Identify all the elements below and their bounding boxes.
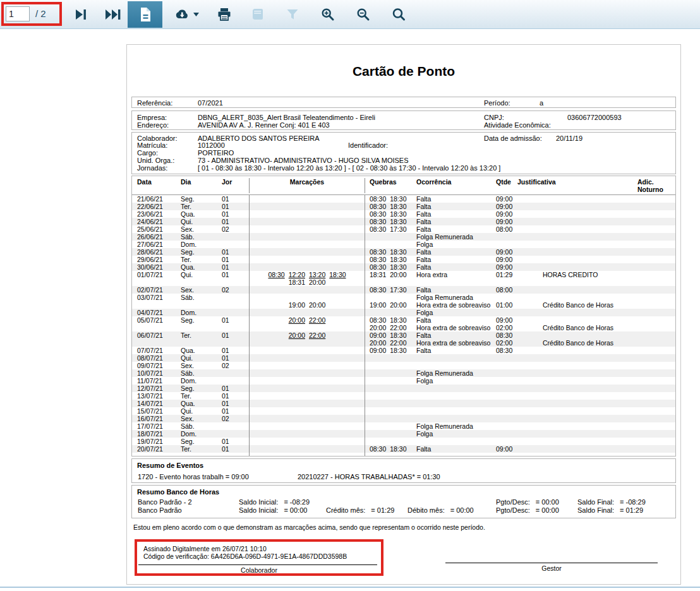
- cell-marcacoes: [249, 309, 365, 316]
- table-line: [543, 445, 632, 453]
- unid-orga-value: 73 - ADMINISTRATIVO- ADMINISTRATIVO - HU…: [198, 157, 409, 164]
- referencia-value: 07/2021: [198, 99, 223, 107]
- cell-dia: Qua.: [176, 210, 217, 218]
- cell-qtde: [490, 407, 512, 415]
- cell-marcacoes: 20:0022:00: [249, 331, 365, 347]
- cell-jor: [217, 377, 249, 385]
- next-page-button[interactable]: [69, 1, 92, 28]
- cell-marcacoes: [249, 347, 365, 354]
- cell-data: 07/07/21: [132, 347, 176, 354]
- cell-data: 23/06/21: [132, 210, 176, 218]
- marcacoes-line: [250, 286, 365, 294]
- table-line: [496, 377, 512, 385]
- table-line: 08:30: [496, 347, 512, 354]
- cell-dia: Ter.: [176, 203, 217, 210]
- page-total-label: / 2: [35, 8, 46, 19]
- cell-adic-noturno: [632, 218, 675, 225]
- cell-jor: [217, 233, 249, 241]
- marcacoes-line: 19:0020:00: [250, 301, 365, 309]
- table-line: 08:30 18:30: [370, 445, 413, 453]
- cell-dia: Qui.: [176, 354, 217, 362]
- zoom-in-button[interactable]: [318, 1, 337, 28]
- cell-qtde: 01:00: [490, 294, 512, 309]
- table-line: Falta: [416, 263, 490, 271]
- cell-ocorrencia: Folga: [413, 241, 490, 248]
- table-line: [370, 354, 413, 362]
- cell-adic-noturno: [632, 385, 675, 392]
- table-line: [496, 422, 512, 430]
- cell-justificativa: [512, 210, 632, 218]
- time-mark: 18:30: [329, 271, 346, 278]
- table-line: [416, 362, 490, 369]
- table-line: Falta: [416, 331, 490, 339]
- table-row: 02/07/21Sex.0208:30 17:30Falta08:00: [132, 286, 675, 294]
- table-line: [416, 407, 490, 415]
- cell-justificativa: [512, 422, 632, 430]
- table-row: 28/06/21Seg.0108:30 18:30Falta09:00: [132, 248, 675, 256]
- cell-quebras: [365, 407, 413, 415]
- cell-adic-noturno: [632, 263, 675, 271]
- admissao-value: 20/11/19: [556, 134, 582, 142]
- cell-ocorrencia: Falta: [413, 195, 490, 203]
- cell-justificativa: [512, 385, 632, 392]
- cell-data: 24/06/21: [132, 218, 176, 225]
- zoom-out-button[interactable]: [354, 1, 373, 28]
- cloud-download-icon: [173, 8, 191, 21]
- marcacoes-line: [250, 339, 365, 347]
- cell-marcacoes: [249, 354, 365, 362]
- print-button[interactable]: [215, 1, 234, 28]
- marcacoes-line: [250, 347, 365, 354]
- toolbar: / 2: [0, 0, 700, 29]
- cnpj-label: CNPJ:: [484, 114, 504, 121]
- cell-ocorrencia: Falta: [413, 248, 490, 256]
- cell-marcacoes: [249, 233, 365, 241]
- cell-justificativa: [512, 263, 632, 271]
- search-button[interactable]: [389, 1, 408, 28]
- table-header: Data Dia Jor Marcações Quebras Ocorrênci…: [132, 176, 675, 195]
- matricula-label: Matrícula:: [137, 141, 167, 149]
- table-line: [543, 331, 632, 339]
- cell-ocorrencia: Folga: [413, 430, 490, 438]
- marcacoes-line: [250, 294, 365, 301]
- cell-adic-noturno: [632, 316, 675, 331]
- cell-adic-noturno: [632, 256, 675, 263]
- cell-quebras: 08:30 17:30: [365, 225, 413, 233]
- table-line: 08:30 17:30: [370, 286, 413, 294]
- employee-box: Colaborador: ADALBERTO DOS SANTOS PEREIR…: [131, 132, 676, 174]
- table-line: Crédito Banco de Horas: [543, 301, 632, 309]
- table-line: [543, 241, 632, 248]
- table-line: Falta: [416, 316, 490, 324]
- table-line: [370, 362, 413, 369]
- cell-jor: 01: [217, 210, 249, 218]
- single-page-view-button[interactable]: [128, 1, 162, 28]
- cell-qtde: [490, 400, 512, 407]
- cell-justificativa: [512, 438, 632, 445]
- marcacoes-line: [250, 377, 365, 385]
- cell-data: 16/07/21: [132, 415, 176, 422]
- cell-ocorrencia: Falta: [413, 263, 490, 271]
- table-line: [543, 347, 632, 354]
- cell-marcacoes: [249, 203, 365, 210]
- column-header-quebras: Quebras: [365, 178, 413, 193]
- table-row: 15/07/21Qui.01: [132, 407, 675, 415]
- cell-ocorrencia: Folga Remunerada: [413, 422, 490, 430]
- column-header-data: Data: [132, 178, 176, 193]
- last-page-button[interactable]: [100, 1, 126, 28]
- atividade-label: Atividade Econômica:: [484, 121, 551, 129]
- banco-name: Banco Padrão - 2: [138, 498, 192, 506]
- table-line: [416, 415, 490, 422]
- cell-adic-noturno: [632, 422, 675, 430]
- cell-dia: Seg.: [176, 316, 217, 331]
- cell-dia: Qui.: [176, 407, 217, 415]
- cell-quebras: 19:00 20:00: [365, 294, 413, 309]
- cell-data: 19/07/21: [132, 438, 176, 445]
- cell-quebras: 09:00 18:3020:00 22:00: [365, 331, 413, 347]
- table-line: 01:00: [496, 301, 512, 309]
- cell-qtde: [490, 233, 512, 241]
- page-number-input[interactable]: [6, 6, 30, 21]
- empresa-value: DBNG_ALERT_8035_Alert Brasil Teleatendim…: [198, 114, 375, 121]
- export-download-button[interactable]: [172, 1, 200, 28]
- cell-jor: 01: [217, 392, 249, 400]
- cell-ocorrencia: Falta: [413, 210, 490, 218]
- table-line: 08:30 17:30: [370, 225, 413, 233]
